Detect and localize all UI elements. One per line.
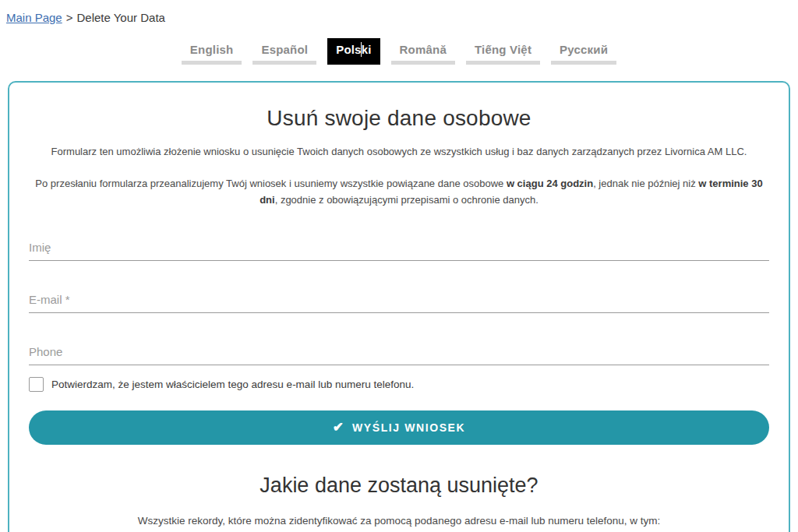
name-field[interactable] — [29, 238, 769, 261]
processing-note-text: Po przesłaniu formularza przeanalizujemy… — [29, 175, 769, 209]
phone-field[interactable] — [29, 342, 769, 365]
note-part2: , jednak nie później niż — [593, 178, 698, 189]
tab-espanol[interactable]: Español — [252, 38, 316, 65]
tab-russkiy[interactable]: Русский — [551, 38, 616, 65]
ownership-confirm-label[interactable]: Potwierdzam, że jestem właścicielem tego… — [51, 379, 414, 390]
language-tab-bar: English Español Polski Română Tiếng Việt… — [0, 38, 798, 65]
tab-tieng-viet[interactable]: Tiếng Việt — [466, 38, 540, 65]
tab-romana[interactable]: Română — [391, 38, 455, 65]
check-icon: ✔ — [333, 419, 344, 435]
delete-data-form-card: Usuń swoje dane osobowe Formularz ten um… — [8, 81, 790, 532]
deleted-data-description: Wszystkie rekordy, które można zidentyfi… — [48, 515, 750, 527]
breadcrumb-separator: > — [66, 11, 73, 24]
submit-button-label: WYŚLIJ WNIOSEK — [352, 421, 465, 434]
form-intro-text: Formularz ten umożliwia złożenie wniosku… — [33, 145, 765, 160]
tab-polski[interactable]: Polski — [327, 38, 380, 65]
ownership-confirm-row: Potwierdzam, że jestem właścicielem tego… — [29, 377, 769, 392]
breadcrumb-link-main-page[interactable]: Main Page — [6, 11, 62, 24]
email-field[interactable] — [29, 290, 769, 313]
form-title: Usuń swoje dane osobowe — [29, 106, 769, 131]
breadcrumb-current-page: Delete Your Data — [76, 11, 164, 24]
breadcrumb: Main Page>Delete Your Data — [0, 0, 798, 24]
note-part1: Po przesłaniu formularza przeanalizujemy… — [35, 178, 507, 189]
ownership-confirm-checkbox[interactable] — [29, 377, 44, 392]
tab-english[interactable]: English — [182, 38, 242, 65]
deleted-data-section-title: Jakie dane zostaną usunięte? — [29, 474, 769, 498]
submit-request-button[interactable]: ✔ WYŚLIJ WNIOSEK — [29, 410, 769, 445]
note-part3: , zgodnie z obowiązującymi przepisami o … — [275, 194, 538, 206]
note-bold-24h: w ciągu 24 godzin — [507, 178, 593, 189]
